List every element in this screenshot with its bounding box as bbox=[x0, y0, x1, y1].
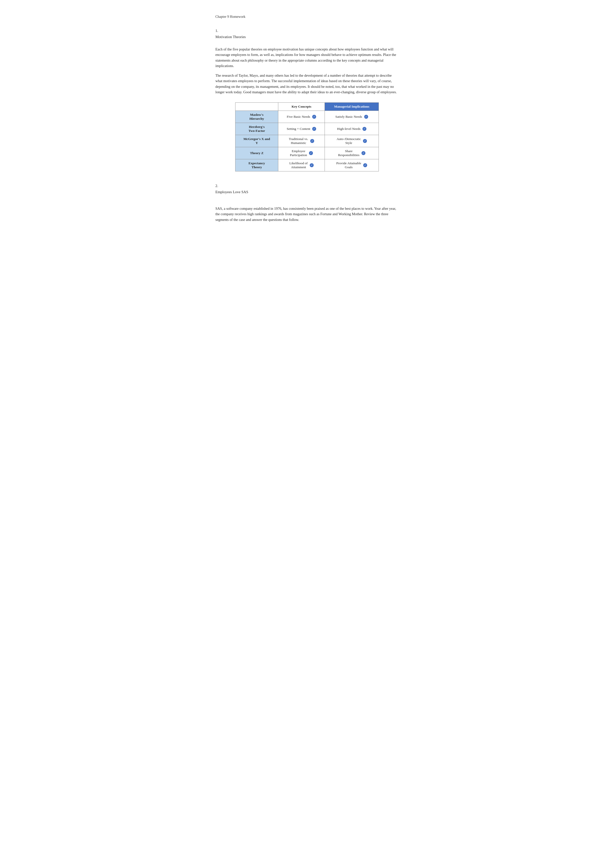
section2-title: Employees Love SAS bbox=[215, 190, 399, 194]
table-header-managerial: Managerial Implications bbox=[325, 102, 379, 110]
check-icon-5: ✓ bbox=[310, 139, 314, 143]
impl-satisfy-basic-needs: Satisfy Basic Needs ✓ bbox=[325, 110, 379, 123]
check-icon-4: ✓ bbox=[362, 127, 367, 131]
motivation-table: Key Concepts Managerial Implications Mas… bbox=[235, 102, 379, 171]
table-row: ExpectancyTheory Likelihood ofAttainment… bbox=[235, 159, 379, 171]
key-five-basic-needs: Five Basic Needs ✓ bbox=[278, 110, 325, 123]
check-icon-8: ✓ bbox=[361, 151, 365, 155]
key-employee-participation: EmployeeParticipation ✓ bbox=[278, 147, 325, 159]
satisfy-basic-needs-text: Satisfy Basic Needs bbox=[336, 115, 362, 119]
traditional-humanistic-text: Traditional vs.Humanistic bbox=[289, 137, 308, 145]
five-basic-needs-text: Five Basic Needs bbox=[287, 115, 310, 119]
impl-share-responsibilities: ShareResponsibilities ✓ bbox=[325, 147, 379, 159]
theory-expectancy: ExpectancyTheory bbox=[235, 159, 278, 171]
table-header-empty bbox=[235, 102, 278, 110]
impl-provide-attainable-goals: Provide AttainableGoals ✓ bbox=[325, 159, 379, 171]
section1-title: Motivation Theories bbox=[215, 35, 399, 39]
check-icon-3: ✓ bbox=[312, 127, 316, 131]
theory-z: Theory Z bbox=[235, 147, 278, 159]
section2-number: 2. bbox=[215, 184, 399, 188]
provide-attainable-goals-text: Provide AttainableGoals bbox=[336, 161, 361, 169]
likelihood-attainment-text: Likelihood ofAttainment bbox=[289, 161, 308, 169]
theory-mcgregor: McGregor's X andY bbox=[235, 135, 278, 147]
table-row: McGregor's X andY Traditional vs.Humanis… bbox=[235, 135, 379, 147]
table-row: Theory Z EmployeeParticipation ✓ ShareRe… bbox=[235, 147, 379, 159]
impl-high-level-needs: High-level Needs ✓ bbox=[325, 123, 379, 135]
theory-herzberg: Herzberg'sTwo-Factor bbox=[235, 123, 278, 135]
section1-number: 1. bbox=[215, 29, 399, 33]
key-likelihood-attainment: Likelihood ofAttainment ✓ bbox=[278, 159, 325, 171]
share-responsibilities-text: ShareResponsibilities bbox=[338, 149, 359, 157]
key-traditional-humanistic: Traditional vs.Humanistic ✓ bbox=[278, 135, 325, 147]
table-row: Herzberg'sTwo-Factor Setting + Content ✓… bbox=[235, 123, 379, 135]
high-level-needs-text: High-level Needs bbox=[337, 127, 361, 131]
check-icon-9: ✓ bbox=[310, 163, 314, 167]
section1-paragraph2: The research of Taylor, Mayo, and many o… bbox=[215, 73, 399, 95]
section1-paragraph1: Each of the five popular theories on emp… bbox=[215, 46, 399, 69]
table-row: Maslow'sHierarchy Five Basic Needs ✓ Sat… bbox=[235, 110, 379, 123]
check-icon-10: ✓ bbox=[363, 163, 367, 167]
auto-democratic-text: Auto-/DemocraticStyle bbox=[336, 137, 361, 145]
motivation-table-wrapper: Key Concepts Managerial Implications Mas… bbox=[215, 102, 399, 171]
section2-container: 2. Employees Love SAS SAS, a software co… bbox=[215, 184, 399, 222]
check-icon-1: ✓ bbox=[312, 115, 316, 119]
check-icon-7: ✓ bbox=[309, 151, 313, 155]
check-icon-2: ✓ bbox=[364, 115, 368, 119]
table-header-key-concepts: Key Concepts bbox=[278, 102, 325, 110]
setting-content-text: Setting + Content bbox=[287, 127, 310, 131]
employee-participation-text: EmployeeParticipation bbox=[290, 149, 307, 157]
key-setting-content: Setting + Content ✓ bbox=[278, 123, 325, 135]
theory-maslow: Maslow'sHierarchy bbox=[235, 110, 278, 123]
chapter-title: Chapter 9 Homework bbox=[215, 15, 399, 19]
section2-paragraph1: SAS, a software company established in 1… bbox=[215, 206, 399, 222]
check-icon-6: ✓ bbox=[363, 139, 367, 143]
impl-auto-democratic: Auto-/DemocraticStyle ✓ bbox=[325, 135, 379, 147]
